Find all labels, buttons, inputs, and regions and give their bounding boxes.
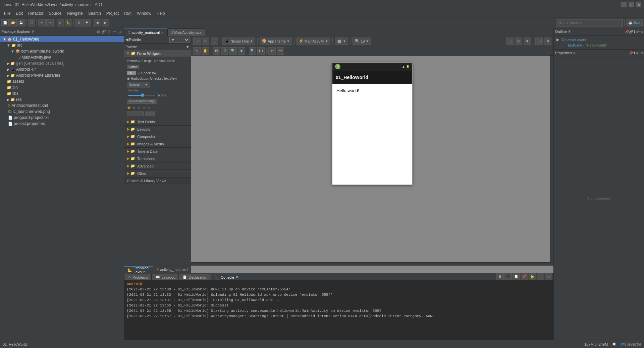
custom-library-section[interactable]: Custom & Library Views: [124, 177, 191, 184]
palette-category-images-media[interactable]: ▶ 📁 Images & Media: [124, 140, 191, 148]
checkbox-widget[interactable]: ☑ CheckBox: [138, 71, 157, 75]
console-tab-javadoc[interactable]: 📖 Javadoc: [152, 274, 179, 280]
tree-item-libs[interactable]: 📁 libs: [0, 90, 124, 96]
outline-btn-1[interactable]: 📌: [625, 30, 629, 33]
zoom-100-button[interactable]: 1:1: [257, 47, 265, 55]
tree-item-manifest[interactable]: X AndroidManifest.xml: [0, 102, 124, 109]
small-ratingbar-widget[interactable]: [127, 112, 144, 116]
tree-item-android-private[interactable]: ▶ 📁 Android Private Libraries: [0, 72, 124, 78]
form-widgets-header[interactable]: ▼ 📁 Form Widgets: [124, 50, 191, 57]
props-btn-3[interactable]: ⬇: [636, 51, 638, 55]
menu-window[interactable]: Window: [134, 10, 154, 16]
tree-item-proguard[interactable]: 📄 proguard-project.txt: [0, 115, 124, 121]
tree-item-package[interactable]: ▼ 📦 com.example.helloworld: [0, 48, 124, 54]
menu-refactor[interactable]: Refactor: [25, 10, 46, 16]
theme-selector-button[interactable]: 🎨 AppTheme ▼: [260, 38, 292, 45]
button-widget[interactable]: Button: [127, 65, 139, 69]
outline-btn-6[interactable]: □: [641, 30, 643, 33]
spinner-widget[interactable]: Spinner ▼: [127, 82, 150, 87]
toggle-outline-button[interactable]: ⊠: [544, 38, 551, 45]
menu-edit[interactable]: Edit: [13, 10, 25, 16]
tree-item-project-props[interactable]: 📄 project.properties: [0, 121, 124, 127]
minimize-button[interactable]: ─: [621, 2, 627, 7]
slider-widget[interactable]: [128, 95, 155, 96]
console-stop-button[interactable]: ⬛: [504, 273, 512, 280]
pan-mode-button[interactable]: ✋: [202, 47, 209, 55]
tree-item-mainactivity[interactable]: J MainActivity.java: [0, 54, 124, 60]
toggle-render-button[interactable]: ⊡: [535, 38, 543, 45]
palette-category-transitions[interactable]: ▶ 📁 Transitions: [124, 155, 191, 162]
run-button[interactable]: ▶: [57, 19, 64, 26]
device-selector-button[interactable]: 📱 Nexus One ▼: [222, 38, 255, 45]
maximize-button[interactable]: □: [629, 2, 634, 7]
undo-button[interactable]: ↩: [38, 19, 46, 26]
props-btn-5[interactable]: □: [641, 51, 643, 55]
menu-search[interactable]: Search: [86, 10, 104, 16]
collapse-all-button[interactable]: ⊟: [96, 29, 101, 34]
layout-decorations-button[interactable]: ⊡: [506, 38, 514, 45]
editor-tab-activity-main[interactable]: X activity_main.xml ✕: [124, 28, 167, 36]
console-maximize-button[interactable]: □: [545, 273, 552, 280]
landscape-button[interactable]: ▯: [211, 38, 218, 45]
canvas-scrollbar-h[interactable]: [191, 262, 550, 266]
zoom-out-button[interactable]: 🔍: [249, 47, 256, 55]
outline-btn-2[interactable]: 🔗: [629, 30, 633, 33]
open-button[interactable]: 📂: [9, 19, 17, 26]
menu-navigate[interactable]: Navigate: [64, 10, 85, 16]
console-tab-console[interactable]: ⬛ Console ✕: [211, 274, 242, 280]
api-level-button[interactable]: 🤖 ▼: [335, 38, 348, 45]
console-minimize-button[interactable]: ─: [537, 273, 544, 280]
palette-view-dropdown[interactable]: ▼: [169, 37, 190, 43]
canvas-dropdown-button[interactable]: ▼: [524, 38, 531, 45]
new-button[interactable]: 📄: [1, 19, 9, 26]
quickcontact-widget[interactable]: QuickContactBadge: [127, 99, 157, 103]
zoom-level-button[interactable]: 🔍 19 ▼: [353, 38, 371, 45]
outline-btn-4[interactable]: ⬇: [636, 30, 638, 33]
redo-button[interactable]: ↪: [46, 19, 54, 26]
large-label[interactable]: Large: [142, 59, 153, 63]
tree-item-android44[interactable]: ▶ 📱 Android 4.4: [0, 66, 124, 72]
menu-project[interactable]: Project: [104, 10, 121, 16]
print-button[interactable]: 🖨: [28, 19, 35, 26]
zoom-in-button-2[interactable]: 🔍: [229, 47, 237, 55]
outline-item-relativelayout[interactable]: ▶ RelativeLayout: [555, 37, 643, 43]
textview-label[interactable]: TextView: [127, 59, 140, 63]
zoom-fit-button[interactable]: ⊡: [213, 47, 220, 55]
props-btn-4[interactable]: ─: [638, 51, 641, 55]
palette-category-layouts[interactable]: ▶ 📁 Layouts: [124, 126, 191, 133]
undo-canvas-button[interactable]: ↩: [268, 47, 276, 55]
select-mode-button[interactable]: ↖: [193, 47, 201, 55]
editor-tab-mainactivity[interactable]: J MainActivity.java: [167, 28, 205, 36]
props-btn-1[interactable]: 📌: [629, 51, 633, 55]
menu-source[interactable]: Source: [46, 10, 64, 16]
console-paste-button[interactable]: 📌: [521, 273, 528, 280]
toolbar-btn-7[interactable]: ◀: [94, 19, 101, 26]
toolbar-btn-6[interactable]: ⚑: [83, 19, 91, 26]
console-tab-problems[interactable]: ⚠ Problems: [124, 274, 152, 280]
tree-item-bin[interactable]: 📁 bin: [0, 84, 124, 90]
dots-widget[interactable]: [158, 94, 166, 96]
close-button[interactable]: ✕: [636, 2, 641, 7]
zoom-in-button[interactable]: ⊞: [221, 47, 228, 55]
outline-item-textview[interactable]: TextView - "Hello world!": [555, 43, 643, 48]
tree-item-assets[interactable]: 📁 assets: [0, 78, 124, 84]
debug-button[interactable]: 🐛: [65, 19, 72, 26]
menu-run[interactable]: Run: [121, 10, 134, 16]
panel-minimize-button[interactable]: ─: [112, 29, 117, 34]
outline-btn-3[interactable]: ⬆: [633, 30, 636, 33]
save-button[interactable]: 💾: [17, 19, 25, 26]
small-label[interactable]: Small: [167, 59, 175, 63]
close-tab-activity-main[interactable]: ✕: [161, 31, 164, 34]
quick-access-input[interactable]: [556, 19, 623, 26]
panel-menu-button[interactable]: ▽: [106, 29, 112, 34]
tree-item-project[interactable]: ▼ 🏠 01_HelloWorld: [0, 36, 124, 42]
tree-item-res[interactable]: ▶ 📁 res: [0, 96, 124, 102]
graphical-layout-tab[interactable]: 📐 Graphical Layout: [124, 266, 153, 273]
palette-category-advanced[interactable]: ▶ 📁 Advanced: [124, 162, 191, 170]
ratingbar-widget[interactable]: ★ ★ ★ ★ ★: [127, 105, 151, 110]
medium-label[interactable]: Medium: [154, 59, 166, 63]
panel-maximize-button[interactable]: □: [117, 29, 122, 34]
radio-widget[interactable]: ◉ RadioButton CheckedTextView: [127, 77, 177, 80]
console-scroll-lock-button[interactable]: 🔒: [529, 273, 536, 280]
console-clear-button[interactable]: 🗑: [496, 273, 504, 280]
